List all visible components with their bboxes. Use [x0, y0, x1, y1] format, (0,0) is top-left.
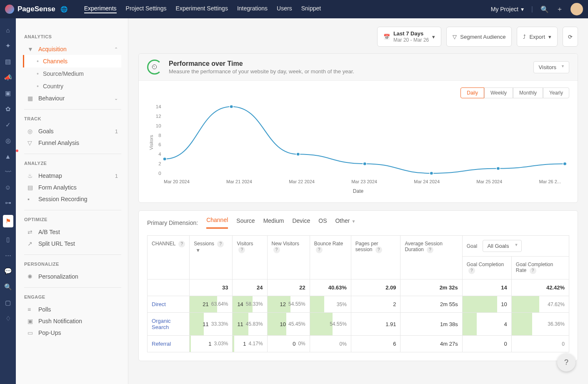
sidebar-item-country[interactable]: Country [33, 80, 121, 92]
col-pps[interactable]: Pages per session ? [351, 236, 400, 279]
ab-icon: ⇄ [28, 229, 34, 235]
sidebar-item-ab-test[interactable]: ⇄ A/B Test [24, 226, 121, 238]
help-icon[interactable]: ? [217, 241, 224, 247]
sidebar-item-polls[interactable]: ≡ Polls [24, 304, 121, 315]
col-visitors[interactable]: Visitors ? [233, 236, 267, 279]
date-range-label: Last 7 Days [393, 30, 429, 37]
sidebar-item-acquisition[interactable]: ▼ Acquisition ⌃ [24, 43, 121, 55]
graph-icon[interactable]: 〰 [5, 168, 11, 175]
avatar[interactable] [570, 3, 583, 15]
help-icon[interactable]: ? [375, 247, 382, 253]
col-goal-completion[interactable]: Goal Completion ? [462, 257, 511, 279]
campaign-icon[interactable]: 📣 [4, 74, 12, 81]
sidebar-item-session-recording[interactable]: ▪ Session Recording [24, 193, 121, 205]
svg-point-9 [230, 105, 233, 108]
help-icon[interactable]: ? [468, 267, 475, 274]
svg-text:10: 10 [156, 123, 161, 128]
freq-weekly[interactable]: Weekly [484, 87, 513, 98]
flow-icon[interactable]: ✦ [5, 42, 11, 50]
channel-link[interactable]: Direct [148, 296, 190, 313]
sidebar-item-push[interactable]: ▣ Push Notification [24, 315, 121, 327]
help-icon[interactable]: ? [273, 247, 280, 253]
col-sessions[interactable]: Sessions ? ▼ [190, 236, 233, 279]
segment-button[interactable]: ▽ Segment Audience [446, 27, 512, 47]
chart-icon[interactable]: ▤ [5, 58, 11, 65]
sidebar-item-popups[interactable]: ▭ Pop-Ups [24, 327, 121, 339]
connect-icon[interactable]: ⊶ [5, 199, 11, 207]
freq-yearly[interactable]: Yearly [543, 87, 569, 98]
tab-project-settings[interactable]: Project Settings [126, 5, 167, 13]
tab-integrations[interactable]: Integrations [237, 5, 268, 13]
sidebar-item-form-analytics[interactable]: ▤ Form Analytics [24, 182, 121, 193]
globe-icon[interactable]: 🌐 [60, 6, 68, 12]
tab-snippet[interactable]: Snippet [301, 5, 321, 13]
tab-users[interactable]: Users [277, 5, 292, 13]
channel-link[interactable]: Organic Search [148, 313, 190, 336]
magnify-icon[interactable]: ◎ [5, 137, 11, 145]
col-new-visitors[interactable]: New Visitors ? [267, 236, 310, 279]
dim-os[interactable]: OS [318, 217, 327, 228]
sidebar-label: Push Notification [38, 318, 82, 324]
box-icon[interactable]: ▢ [5, 299, 11, 307]
add-icon[interactable]: ＋ [556, 5, 563, 14]
col-goal-rate[interactable]: Goal Completion Rate ? [511, 257, 569, 279]
refresh-button[interactable]: ⟳ [563, 27, 578, 47]
archive-icon[interactable]: ▣ [5, 90, 11, 97]
channel-link[interactable]: Referral [148, 336, 190, 352]
doc-icon[interactable]: ▯ [6, 236, 10, 243]
project-selector[interactable]: My Project ▾ [491, 6, 524, 12]
tab-experiments[interactable]: Experiments [84, 5, 117, 13]
mask-icon[interactable]: ☺ [5, 184, 11, 191]
metric-select[interactable]: Visitors [533, 61, 569, 73]
dim-device[interactable]: Device [292, 217, 310, 228]
sidebar-item-source-medium[interactable]: Source/Medium [33, 67, 121, 80]
help-icon[interactable]: ? [178, 241, 185, 247]
help-icon[interactable]: ? [530, 267, 536, 274]
sidebar-label: Goals [38, 128, 54, 135]
col-duration[interactable]: Average Session Duration ? [400, 236, 462, 279]
goal-select[interactable]: All Goals [483, 240, 522, 252]
dimension-tabs: Primary Dimension: Channel Source Medium… [139, 211, 578, 229]
date-range-button[interactable]: 📅 Last 7 Days Mar 20 - Mar 26 ▾ [377, 27, 441, 47]
dim-source[interactable]: Source [236, 217, 255, 228]
home-icon[interactable]: ⌂ [6, 27, 10, 34]
tab-experiment-settings[interactable]: Experiment Settings [176, 5, 228, 13]
help-icon[interactable]: ? [427, 247, 433, 253]
image-icon[interactable]: ▲ [5, 153, 11, 160]
sidebar-label: Acquisition [38, 46, 67, 52]
dim-medium[interactable]: Medium [263, 217, 284, 228]
app-logo-icon [5, 5, 14, 14]
toolbar: 📅 Last 7 Days Mar 20 - Mar 26 ▾ ▽ Segmen… [138, 27, 578, 47]
goal-header: Goal All Goals [462, 236, 569, 257]
funnel-icon: ▽ [28, 140, 34, 146]
chat-icon[interactable]: 💬 [4, 267, 12, 275]
puzzle-icon[interactable]: ✿ [5, 105, 11, 113]
sidebar-item-split-url[interactable]: ↗ Split URL Test [24, 238, 121, 249]
flag-icon[interactable]: ⚑ [3, 215, 13, 227]
help-icon[interactable]: ? [316, 247, 323, 253]
sidebar-item-funnel[interactable]: ▽ Funnel Analysis [24, 137, 121, 149]
help-fab[interactable]: ? [557, 353, 575, 372]
search-rail-icon[interactable]: 🔍 [4, 283, 12, 291]
frequency-tabs: Daily Weekly Monthly Yearly [147, 87, 569, 98]
export-button[interactable]: ⤴ Export ▾ [517, 27, 558, 47]
table-totals-row: 33 24 22 40.63% 2.09 2m 32s 14 42.42% [148, 279, 569, 296]
check-icon[interactable]: ✓ [5, 121, 11, 129]
sidebar-item-heatmap[interactable]: ♨ Heatmap 1 [24, 170, 121, 182]
dim-other[interactable]: Other ▼ [335, 217, 355, 228]
more-icon[interactable]: ⋯ [5, 252, 11, 259]
search-icon[interactable]: 🔍 [540, 5, 549, 13]
project-name: My Project [491, 6, 518, 12]
col-bounce[interactable]: Bounce Rate ? [310, 236, 351, 279]
sidebar-item-behaviour[interactable]: ▦ Behaviour ⌄ [24, 92, 121, 104]
sidebar-item-goals[interactable]: ◎ Goals 1 [24, 125, 121, 137]
shield-icon[interactable]: ♢ [5, 315, 11, 322]
dim-channel[interactable]: Channel [206, 217, 228, 229]
help-icon[interactable]: ? [238, 247, 245, 253]
sidebar-item-channels[interactable]: Channels [23, 55, 121, 67]
freq-daily[interactable]: Daily [460, 87, 484, 98]
freq-monthly[interactable]: Monthly [513, 87, 543, 98]
sidebar-item-personalization[interactable]: ✺ Personalization [24, 271, 121, 282]
form-icon: ▤ [28, 184, 34, 191]
sort-desc-icon[interactable]: ▼ [195, 247, 200, 253]
